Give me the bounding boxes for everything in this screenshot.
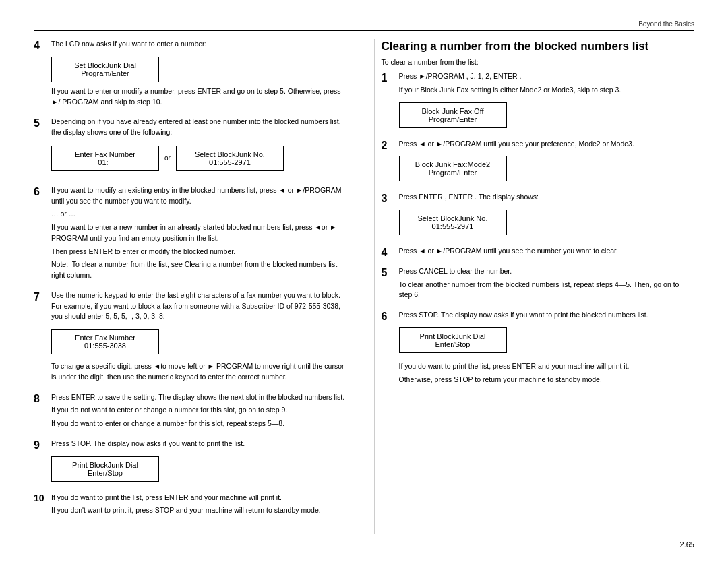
- step-8: 8 Press ENTER to save the setting. The d…: [34, 392, 347, 432]
- step-10-number: 10: [34, 493, 47, 504]
- step-7: 7 Use the numeric keypad to enter the la…: [34, 290, 347, 385]
- step-4-lcd-line1: Set BlockJunk Dial: [61, 61, 149, 69]
- right-step-6-note1: If you do want to print the list, press …: [399, 361, 695, 372]
- step-9-content: Press STOP. The display now asks if you …: [51, 439, 347, 486]
- step-9: 9 Press STOP. The display now asks if yo…: [34, 439, 347, 486]
- right-step-5-content: Press CANCEL to clear the number. To cle…: [399, 266, 695, 303]
- right-step-1-content: Press ►/PROGRAM , J, 1, 2, ENTER . If yo…: [399, 71, 695, 132]
- right-intro: To clear a number from the list:: [382, 58, 695, 66]
- right-step-4-number: 4: [382, 246, 395, 259]
- step-6-text1: If you want to modify an existing entry …: [51, 185, 347, 207]
- right-step-6-note2: Otherwise, press STOP to return your mac…: [399, 375, 695, 385]
- right-section-title: Clearing a number from the blocked numbe…: [382, 39, 695, 54]
- left-column: 4 The LCD now asks if you want to enter …: [34, 39, 354, 534]
- right-step-5-text2: To clear another number from the blocked…: [399, 280, 695, 301]
- step-4-lcd: Set BlockJunk Dial Program/Enter: [51, 57, 159, 82]
- step-6-number: 6: [34, 185, 47, 198]
- step-10-text2: If you don't want to print it, press STO…: [51, 505, 347, 516]
- right-step-1: 1 Press ►/PROGRAM , J, 1, 2, ENTER . If …: [382, 71, 695, 132]
- note-body: To clear a number from the list, see Cle…: [51, 260, 339, 279]
- right-step-2-lcd-line2: Program/Enter: [409, 168, 497, 177]
- step-6-content: If you want to modify an existing entry …: [51, 185, 347, 284]
- right-step-1-lcd-line1: Block Junk Fax:Off: [409, 107, 497, 115]
- step-5-lcd-left: Enter Fax Number 01:_: [51, 146, 159, 171]
- step-7-number: 7: [34, 290, 47, 303]
- right-step-3-lcd-line1: Select BlockJunk No.: [409, 214, 497, 222]
- right-step-6-lcd-line2: Enter/Stop: [409, 340, 497, 348]
- step-9-lcd-line1: Print BlockJunk Dial: [61, 461, 149, 469]
- right-step-3-text: Press ENTER , ENTER . The display shows:: [399, 192, 695, 203]
- step-9-lcd: Print BlockJunk Dial Enter/Stop: [51, 456, 159, 482]
- step-10-content: If you do want to print the list, press …: [51, 493, 347, 520]
- step-8-text1: Press ENTER to save the setting. The dis…: [51, 392, 347, 403]
- step-4-number: 4: [34, 39, 47, 52]
- right-step-2-lcd-line1: Block Junk Fax:Mode2: [409, 160, 497, 168]
- step-8-text3: If you do want to enter or change a numb…: [51, 418, 347, 429]
- right-step-5-number: 5: [382, 266, 395, 279]
- step-8-number: 8: [34, 392, 47, 405]
- step-6-text2: … or …: [51, 209, 347, 220]
- right-step-3-number: 3: [382, 192, 395, 205]
- step-4-content: The LCD now asks if you want to enter a …: [51, 39, 347, 110]
- step-4: 4 The LCD now asks if you want to enter …: [34, 39, 347, 110]
- right-step-2-number: 2: [382, 139, 395, 152]
- right-step-6: 6 Press STOP. The display now asks if yo…: [382, 310, 695, 387]
- right-step-4-content: Press ◄ or ►/PROGRAM until you see the n…: [399, 246, 695, 259]
- step-5: 5 Depending on if you have already enter…: [34, 117, 347, 179]
- right-step-1-text: Press ►/PROGRAM , J, 1, 2, ENTER .: [399, 71, 695, 82]
- note-label: Note:: [51, 260, 72, 268]
- step-4-lcd-line2: Program/Enter: [61, 69, 149, 77]
- step-5-inline-boxes: Enter Fax Number 01:_ or Select BlockJun…: [51, 142, 347, 175]
- step-5-lcd-right-line1: Select BlockJunk No.: [186, 150, 274, 158]
- right-step-2-text: Press ◄ or ►/PROGRAM until you see your …: [399, 139, 695, 150]
- step-5-number: 5: [34, 117, 47, 129]
- right-step-5: 5 Press CANCEL to clear the number. To c…: [382, 266, 695, 303]
- right-step-6-content: Press STOP. The display now asks if you …: [399, 310, 695, 387]
- right-step-4: 4 Press ◄ or ►/PROGRAM until you see the…: [382, 246, 695, 259]
- right-step-6-text: Press STOP. The display now asks if you …: [399, 310, 695, 321]
- step-8-content: Press ENTER to save the setting. The dis…: [51, 392, 347, 432]
- right-step-3-content: Press ENTER , ENTER . The display shows:…: [399, 192, 695, 239]
- right-step-6-lcd: Print BlockJunk Dial Enter/Stop: [399, 327, 507, 353]
- section-title-header: Beyond the Basics: [638, 20, 694, 28]
- right-column: Clearing a number from the blocked numbe…: [374, 39, 695, 534]
- header-line: Beyond the Basics: [34, 20, 694, 31]
- step-7-lcd-line1: Enter Fax Number: [61, 334, 149, 342]
- step-5-lcd-left-line2: 01:_: [61, 158, 149, 166]
- page-container: Beyond the Basics 4 The LCD now asks if …: [0, 0, 728, 562]
- step-5-lcd-right: Select BlockJunk No. 01:555-2971: [176, 146, 284, 171]
- step-6-text3: If you want to enter a new number in an …: [51, 222, 347, 244]
- right-step-6-number: 6: [382, 310, 395, 323]
- step-5-content: Depending on if you have already entered…: [51, 117, 347, 179]
- right-step-3-lcd: Select BlockJunk No. 01:555-2971: [399, 210, 507, 235]
- step-5-lcd-right-line2: 01:555-2971: [186, 158, 274, 166]
- step-10-text1: If you do want to print the list, press …: [51, 493, 347, 503]
- step-4-text: The LCD now asks if you want to enter a …: [51, 39, 347, 50]
- step-7-content: Use the numeric keypad to enter the last…: [51, 290, 347, 385]
- step-9-number: 9: [34, 439, 47, 451]
- right-step-4-text: Press ◄ or ►/PROGRAM until you see the n…: [399, 246, 695, 257]
- right-step-6-lcd-line1: Print BlockJunk Dial: [409, 332, 497, 340]
- page-number: 2.65: [680, 540, 694, 549]
- right-step-1-lcd: Block Junk Fax:Off Program/Enter: [399, 102, 507, 128]
- step-6: 6 If you want to modify an existing entr…: [34, 185, 347, 284]
- two-column-layout: 4 The LCD now asks if you want to enter …: [34, 39, 694, 534]
- step-7-note: To change a specific digit, press ◄to mo…: [51, 361, 347, 383]
- right-step-2-content: Press ◄ or ►/PROGRAM until you see your …: [399, 139, 695, 186]
- step-8-text2: If you do not want to enter or change a …: [51, 405, 347, 416]
- step-7-lcd-line2: 01:555-3038: [61, 342, 149, 350]
- step-9-text: Press STOP. The display now asks if you …: [51, 439, 347, 449]
- step-5-text: Depending on if you have already entered…: [51, 117, 347, 138]
- right-step-3: 3 Press ENTER , ENTER . The display show…: [382, 192, 695, 239]
- step-6-note: Note: To clear a number from the list, s…: [51, 259, 347, 281]
- step-9-lcd-line2: Enter/Stop: [61, 469, 149, 477]
- step-7-lcd: Enter Fax Number 01:555-3038: [51, 329, 159, 354]
- right-step-2: 2 Press ◄ or ►/PROGRAM until you see you…: [382, 139, 695, 186]
- right-step-3-lcd-line2: 01:555-2971: [409, 222, 497, 230]
- right-step-1-text2: If your Block Junk Fax setting is either…: [399, 85, 695, 96]
- step-10: 10 If you do want to print the list, pre…: [34, 493, 347, 520]
- right-step-5-text: Press CANCEL to clear the number.: [399, 266, 695, 277]
- right-step-1-lcd-line2: Program/Enter: [409, 115, 497, 123]
- step-4-note: If you want to enter or modify a number,…: [51, 86, 347, 108]
- step-5-lcd-left-line1: Enter Fax Number: [61, 150, 149, 158]
